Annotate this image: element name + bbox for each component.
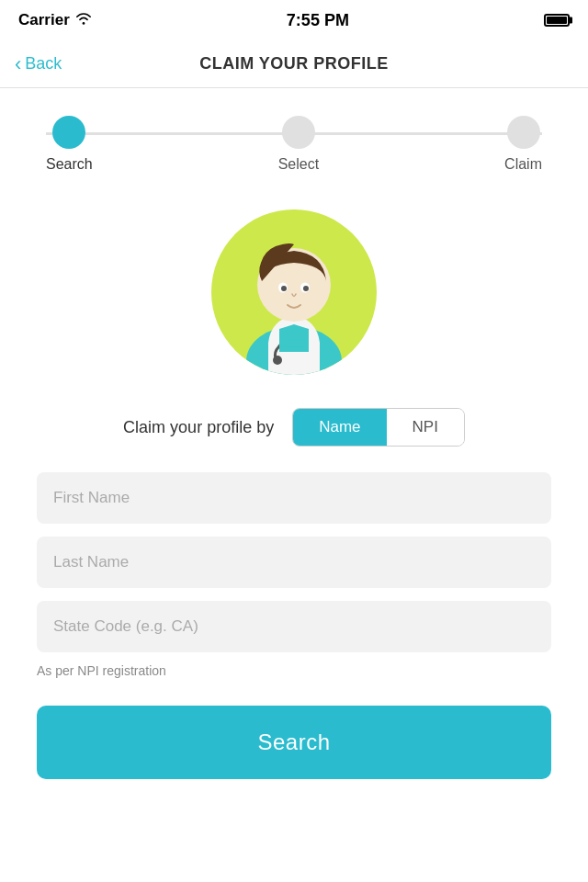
- toggle-group: Name NPI: [292, 408, 465, 447]
- carrier-info: Carrier: [18, 11, 92, 29]
- toggle-npi-button[interactable]: NPI: [387, 409, 464, 446]
- step-dot-claim: [507, 116, 540, 149]
- toggle-name-button[interactable]: Name: [293, 409, 386, 446]
- nav-bar: ‹ Back CLAIM YOUR PROFILE: [0, 40, 588, 88]
- step-search: Search: [46, 116, 93, 173]
- step-dot-search: [52, 116, 85, 149]
- step-label-search: Search: [46, 156, 93, 173]
- page-title: CLAIM YOUR PROFILE: [199, 54, 389, 74]
- search-button[interactable]: Search: [37, 706, 551, 779]
- step-claim: Claim: [504, 116, 542, 173]
- main-content: Search Select Claim: [0, 88, 588, 816]
- back-button[interactable]: ‹ Back: [15, 54, 62, 74]
- svg-point-6: [303, 286, 309, 291]
- state-code-input[interactable]: [37, 601, 551, 652]
- last-name-input[interactable]: [37, 537, 551, 588]
- time-display: 7:55 PM: [287, 11, 349, 30]
- status-bar: Carrier 7:55 PM: [0, 0, 588, 40]
- claim-by-row: Claim your profile by Name NPI: [37, 408, 551, 447]
- back-chevron-icon: ‹: [15, 54, 21, 74]
- npi-note: As per NPI registration: [37, 663, 551, 678]
- step-dot-select: [282, 116, 315, 149]
- wifi-icon: [75, 11, 92, 29]
- svg-point-1: [273, 356, 282, 365]
- back-label: Back: [25, 54, 62, 74]
- step-label-select: Select: [278, 156, 319, 173]
- step-label-claim: Claim: [504, 156, 542, 173]
- battery-icon: [544, 14, 570, 27]
- carrier-label: Carrier: [18, 11, 70, 29]
- doctor-avatar: [211, 209, 377, 375]
- claim-by-label: Claim your profile by: [123, 418, 274, 437]
- step-select: Select: [278, 116, 319, 173]
- form-fields: [37, 472, 551, 652]
- avatar-container: [37, 209, 551, 375]
- svg-point-5: [281, 286, 287, 291]
- first-name-input[interactable]: [37, 472, 551, 524]
- step-progress: Search Select Claim: [37, 116, 551, 173]
